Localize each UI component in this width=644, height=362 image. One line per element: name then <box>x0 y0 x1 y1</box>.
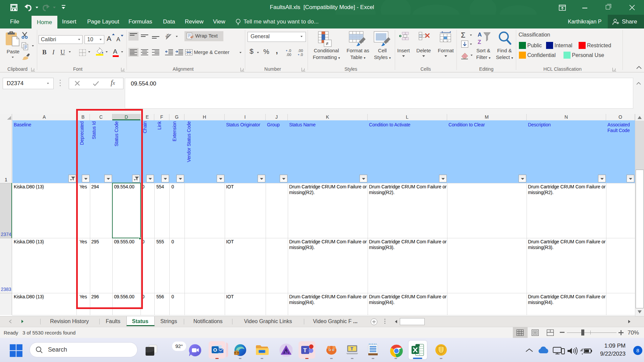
svg-text:T: T <box>303 347 307 354</box>
svg-text:T: T <box>351 346 353 351</box>
svg-text:.00: .00 <box>286 53 291 57</box>
svg-text:ab: ab <box>165 32 171 39</box>
svg-text:O: O <box>213 347 217 353</box>
svg-text:.00: .00 <box>298 49 303 53</box>
svg-text:≠: ≠ <box>326 41 328 46</box>
svg-text:.0: .0 <box>300 53 303 57</box>
svg-text:.0: .0 <box>288 49 291 53</box>
svg-text:Z: Z <box>478 39 481 45</box>
svg-text:A: A <box>478 32 482 38</box>
svg-text:N: N <box>285 350 288 355</box>
